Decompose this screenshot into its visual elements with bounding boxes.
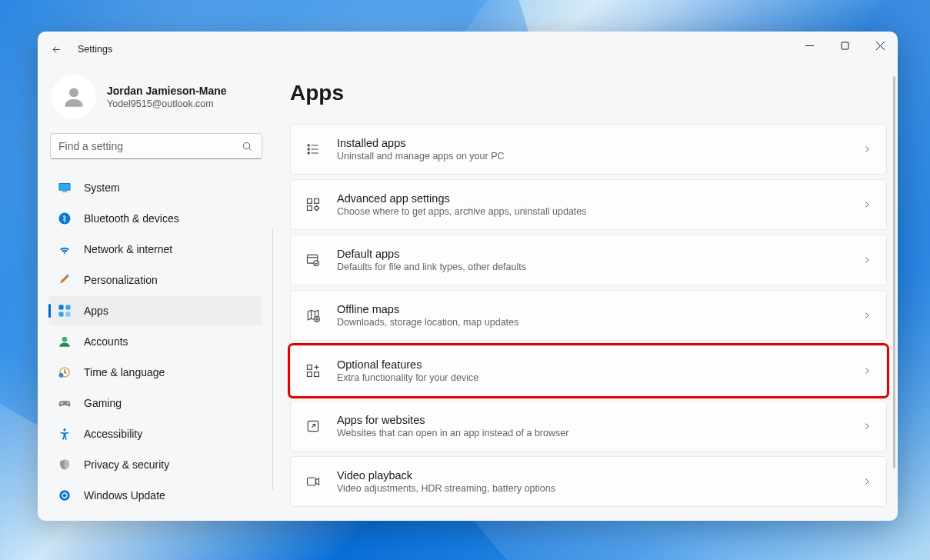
card-sub: Uninstall and manage apps on your PC: [337, 151, 846, 162]
svg-rect-10: [66, 312, 71, 317]
list-icon: [305, 141, 322, 158]
accounts-icon: [58, 335, 72, 348]
search-icon: [240, 139, 254, 153]
svg-point-2: [243, 142, 249, 148]
card-optional-features[interactable]: Optional features Extra functionality fo…: [290, 345, 887, 396]
close-button[interactable]: [862, 32, 898, 59]
nav-network[interactable]: Network & internet: [48, 235, 262, 264]
scrollbar[interactable]: [893, 76, 895, 468]
nav-accessibility[interactable]: Accessibility: [48, 419, 262, 448]
card-sub: Defaults for file and link types, other …: [337, 262, 846, 272]
chevron-right-icon: [862, 310, 872, 321]
card-title: Video playback: [337, 469, 846, 482]
back-button[interactable]: [41, 34, 72, 65]
chevron-right-icon: [862, 421, 872, 432]
window-title: Settings: [78, 44, 112, 55]
shield-icon: [58, 458, 72, 472]
user-name: Jordan Jamieson-Mane: [107, 85, 227, 97]
grid-gear-icon: [305, 196, 322, 213]
chevron-right-icon: [862, 199, 872, 210]
card-video-playback[interactable]: Video playback Video adjustments, HDR st…: [290, 456, 887, 507]
card-offline-maps[interactable]: Offline maps Downloads, storage location…: [290, 290, 887, 341]
nav-label: System: [84, 182, 120, 194]
maximize-button[interactable]: [827, 32, 862, 59]
nav-label: Bluetooth & devices: [84, 212, 179, 225]
svg-rect-29: [308, 372, 312, 377]
nav-gaming[interactable]: Gaming: [48, 388, 262, 418]
sidebar: Jordan Jamieson-Mane Yodel9515@outlook.c…: [38, 67, 273, 521]
svg-point-24: [315, 206, 318, 210]
grid-plus-icon: [305, 362, 322, 379]
nav-label: Privacy & security: [84, 458, 169, 471]
minimize-button[interactable]: [792, 32, 827, 59]
svg-rect-28: [308, 365, 312, 370]
nav-label: Accounts: [84, 335, 128, 348]
nav-apps[interactable]: Apps: [48, 296, 262, 325]
svg-point-19: [308, 148, 309, 150]
nav-personalization[interactable]: Personalization: [48, 265, 262, 295]
svg-point-18: [308, 145, 309, 146]
card-title: Advanced app settings: [337, 192, 846, 205]
card-sub: Video adjustments, HDR streaming, batter…: [337, 483, 846, 494]
svg-rect-7: [59, 305, 64, 310]
nav-bluetooth[interactable]: Bluetooth & devices: [48, 204, 262, 233]
svg-point-11: [62, 337, 68, 342]
chevron-right-icon: [862, 255, 872, 265]
window-check-icon: [305, 252, 322, 268]
brush-icon: [58, 273, 72, 287]
user-email: Yodel9515@outlook.com: [107, 98, 227, 109]
svg-point-26: [314, 261, 319, 266]
card-title: Apps for websites: [337, 414, 846, 426]
svg-rect-9: [59, 312, 64, 317]
avatar: [52, 75, 96, 119]
svg-rect-23: [308, 206, 312, 211]
svg-rect-22: [315, 199, 319, 204]
card-default-apps[interactable]: Default apps Defaults for file and link …: [290, 235, 887, 285]
settings-window: Settings Jordan Jamieson-Mane Yodel9515@…: [38, 32, 898, 521]
user-block[interactable]: Jordan Jamieson-Mane Yodel9515@outlook.c…: [48, 67, 264, 133]
nav-label: Gaming: [84, 397, 122, 409]
chevron-right-icon: [862, 365, 872, 376]
svg-point-17: [59, 490, 70, 501]
system-icon: [58, 181, 72, 195]
nav-privacy[interactable]: Privacy & security: [48, 450, 262, 479]
card-sub: Choose where to get apps, archive apps, …: [337, 206, 846, 217]
card-title: Installed apps: [337, 137, 846, 149]
nav-label: Personalization: [84, 274, 158, 286]
card-title: Offline maps: [337, 303, 846, 315]
svg-rect-0: [842, 42, 848, 49]
nav-accounts[interactable]: Accounts: [48, 327, 262, 356]
nav-system[interactable]: System: [48, 173, 262, 202]
svg-rect-8: [66, 305, 71, 310]
svg-rect-4: [59, 184, 69, 190]
nav-label: Network & internet: [84, 243, 172, 255]
svg-rect-32: [308, 478, 316, 485]
svg-rect-30: [315, 372, 319, 377]
update-icon: [58, 488, 72, 502]
nav-label: Windows Update: [84, 489, 165, 502]
card-sub: Websites that can open in an app instead…: [337, 428, 846, 438]
nav-time[interactable]: Time & language: [48, 358, 262, 387]
map-down-icon: [305, 307, 322, 324]
svg-point-16: [63, 428, 65, 431]
svg-point-14: [59, 373, 64, 378]
chevron-right-icon: [862, 476, 872, 487]
card-apps-websites[interactable]: Apps for websites Websites that can open…: [290, 401, 887, 452]
accessibility-icon: [58, 427, 72, 441]
nav-update[interactable]: Windows Update: [48, 481, 262, 510]
nav-label: Apps: [84, 305, 108, 317]
nav-label: Time & language: [84, 366, 165, 378]
nav-label: Accessibility: [84, 428, 142, 440]
svg-rect-21: [308, 199, 312, 204]
video-icon: [305, 473, 322, 490]
clock-icon: [58, 365, 72, 379]
svg-point-1: [69, 88, 78, 97]
card-advanced-settings[interactable]: Advanced app settings Choose where to ge…: [290, 179, 887, 230]
gaming-icon: [58, 396, 72, 410]
svg-rect-5: [62, 192, 67, 193]
svg-point-15: [67, 402, 68, 404]
search-box[interactable]: [50, 133, 262, 159]
card-installed-apps[interactable]: Installed apps Uninstall and manage apps…: [290, 124, 887, 175]
search-input[interactable]: [58, 140, 240, 152]
apps-icon: [58, 304, 72, 318]
